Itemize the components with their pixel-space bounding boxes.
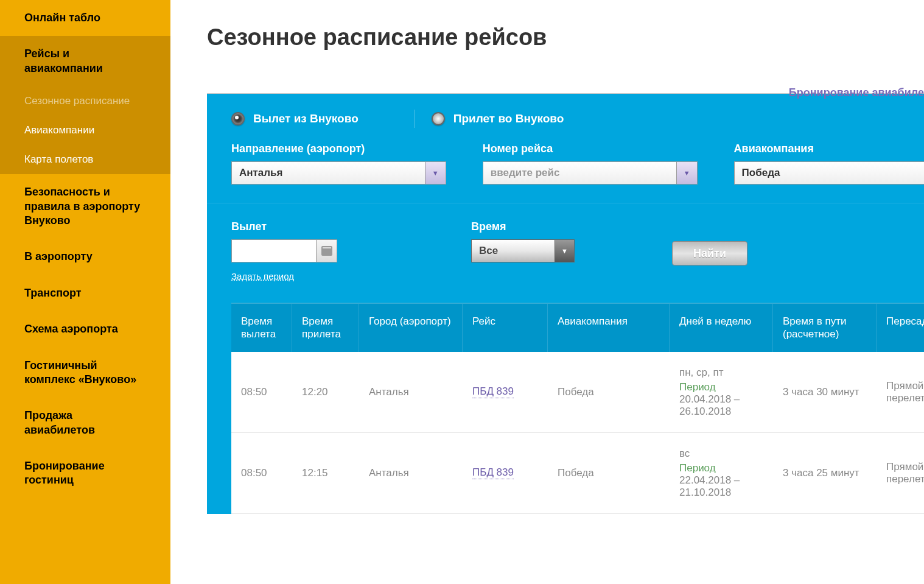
search-panel: Вылет из Внуково Прилет во Внуково Напра… [207, 93, 924, 514]
time-select-value: Все [472, 245, 555, 257]
days-period-label: Период [679, 462, 763, 474]
days-date-range: 22.04.2018 – 21.10.2018 [679, 474, 763, 499]
radio-arrival[interactable]: Прилет во Внуково [432, 112, 564, 125]
cell-departure-time: 08:50 [231, 433, 292, 513]
days-weekdays: вс [679, 448, 763, 460]
flight-dropdown-btn[interactable]: ▼ [677, 161, 698, 185]
days-weekdays: пн, ср, пт [679, 367, 763, 379]
th-airline: Авиакомпания [548, 304, 670, 352]
time-select[interactable]: Все ▼ [471, 239, 575, 262]
sidebar-item-security-rules[interactable]: Безопасность и правила в аэропорту Внуко… [0, 174, 170, 239]
chevron-down-icon: ▼ [555, 240, 574, 262]
radio-departure-label: Вылет из Внуково [253, 112, 359, 125]
th-arrival-time: Время прилета [292, 304, 359, 352]
calendar-icon [321, 246, 332, 256]
sidebar-item-flights-airlines[interactable]: Рейсы и авиакомпании [0, 36, 170, 86]
days-date-range: 20.04.2018 – 26.10.2018 [679, 393, 763, 418]
cell-arrival-time: 12:20 [292, 352, 359, 432]
filters-row-2: Вылет Задать период Время Все ▼ [231, 220, 924, 303]
table-body: 08:50 12:20 Анталья ПБД 839 Победа пн, с… [231, 352, 924, 514]
cell-airline: Победа [548, 433, 670, 513]
date-filter: Вылет Задать период [231, 220, 337, 282]
direction-filter: Направление (аэропорт) ▼ [231, 142, 446, 185]
cell-airline: Победа [548, 352, 670, 432]
radio-icon [432, 112, 445, 125]
flight-link[interactable]: ПБД 839 [472, 466, 514, 479]
sidebar-item-transport[interactable]: Транспорт [0, 275, 170, 311]
set-period-link[interactable]: Задать период [231, 271, 294, 281]
sidebar-item-hotel-booking[interactable]: Бронирование гостиниц [0, 448, 170, 499]
th-flight: Рейс [463, 304, 548, 352]
cell-duration: 3 часа 30 минут [773, 352, 877, 432]
table-row: 08:50 12:15 Анталья ПБД 839 Победа вс Пе… [231, 433, 924, 514]
cell-departure-time: 08:50 [231, 352, 292, 432]
booking-tickets-link[interactable]: Бронирование авиабилетов [789, 85, 924, 100]
sidebar-item-airport-scheme[interactable]: Схема аэропорта [0, 311, 170, 347]
cell-arrival-time: 12:15 [292, 433, 359, 513]
cell-city: Анталья [359, 433, 463, 513]
sidebar-item-airlines[interactable]: Авиакомпании [0, 116, 170, 145]
page-title: Сезонное расписание рейсов [207, 24, 924, 51]
cell-flight: ПБД 839 [463, 433, 548, 513]
airline-filter: Авиакомпания ▼ [734, 142, 924, 185]
cell-days: пн, ср, пт Период 20.04.2018 – 26.10.201… [670, 352, 773, 432]
time-label: Время [471, 220, 575, 233]
cell-days: вс Период 22.04.2018 – 21.10.2018 [670, 433, 773, 513]
flight-link[interactable]: ПБД 839 [472, 385, 514, 398]
th-departure-time: Время вылета [231, 304, 292, 352]
main-content: Сезонное расписание рейсов Бронирование … [170, 0, 924, 584]
flight-number-filter: Номер рейса ▼ [483, 142, 698, 185]
panel-divider [207, 203, 924, 203]
direction-label: Направление (аэропорт) [231, 142, 446, 155]
airline-label: Авиакомпания [734, 142, 924, 155]
direction-dropdown-btn[interactable]: ▼ [425, 161, 446, 185]
sidebar-item-seasonal-schedule[interactable]: Сезонное расписание [0, 86, 170, 116]
direction-input[interactable] [231, 161, 425, 185]
radio-icon [231, 112, 245, 125]
direction-radio-group: Вылет из Внуково Прилет во Внуково [231, 112, 924, 125]
sidebar-item-flight-map[interactable]: Карта полетов [0, 145, 170, 174]
th-city: Город (аэропорт) [359, 304, 463, 352]
time-filter: Время Все ▼ [471, 220, 575, 262]
flight-number-label: Номер рейса [483, 142, 698, 155]
results-table: Время вылета Время прилета Город (аэропо… [231, 303, 924, 514]
cell-transfers: Прямой перелет [877, 352, 924, 432]
date-label: Вылет [231, 220, 337, 233]
radio-departure[interactable]: Вылет из Внуково [231, 112, 359, 125]
cell-city: Анталья [359, 352, 463, 432]
table-header: Время вылета Время прилета Город (аэропо… [231, 303, 924, 352]
sidebar-item-at-airport[interactable]: В аэропорту [0, 239, 170, 275]
radio-arrival-label: Прилет во Внуково [453, 112, 564, 125]
th-transfers: Пересадки [877, 304, 924, 352]
booking-link-label: Бронирование авиабилетов [789, 86, 924, 99]
cell-duration: 3 часа 25 минут [773, 433, 877, 513]
flight-number-input[interactable] [483, 161, 677, 185]
table-row: 08:50 12:20 Анталья ПБД 839 Победа пн, с… [231, 352, 924, 433]
th-days: Дней в неделю [670, 304, 773, 352]
date-input[interactable] [231, 239, 317, 262]
cell-flight: ПБД 839 [463, 352, 548, 432]
airline-input[interactable] [734, 161, 924, 185]
sidebar: Онлайн табло Рейсы и авиакомпании Сезонн… [0, 0, 170, 584]
radio-separator [414, 110, 415, 128]
filters-row-1: Направление (аэропорт) ▼ Номер рейса ▼ А… [231, 142, 924, 185]
days-period-label: Период [679, 381, 763, 393]
th-duration: Время в пути (расчетное) [773, 304, 877, 352]
sidebar-item-online-board[interactable]: Онлайн табло [0, 0, 170, 36]
calendar-button[interactable] [317, 239, 337, 262]
find-button[interactable]: Найти [672, 241, 747, 266]
sidebar-item-ticket-sales[interactable]: Продажа авиабилетов [0, 398, 170, 448]
cell-transfers: Прямой перелет [877, 433, 924, 513]
sidebar-item-hotel-complex[interactable]: Гостиничный комплекс «Внуково» [0, 348, 170, 398]
